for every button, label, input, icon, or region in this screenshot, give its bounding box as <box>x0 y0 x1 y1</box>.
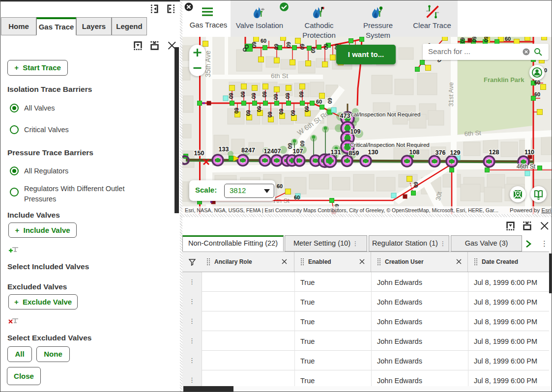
svg-text:60: 60 <box>323 44 329 50</box>
svg-text:60: 60 <box>286 42 291 48</box>
svg-text:60: 60 <box>256 106 262 112</box>
svg-text:60: 60 <box>261 91 267 97</box>
svg-text:859: 859 <box>349 150 359 157</box>
svg-text:60: 60 <box>534 80 540 85</box>
svg-text:60: 60 <box>278 109 284 114</box>
svg-text:109: 109 <box>350 128 361 135</box>
svg-text:133: 133 <box>219 146 229 153</box>
svg-text:129: 129 <box>450 149 461 156</box>
svg-text:8247: 8247 <box>241 147 255 154</box>
svg-text:Powered by Esri: Powered by Esri <box>510 207 551 213</box>
svg-text:473: 473 <box>340 112 350 119</box>
svg-text:108: 108 <box>409 149 420 156</box>
svg-text:60: 60 <box>261 38 266 44</box>
svg-text:6th St: 6th St <box>271 72 289 80</box>
svg-text:60: 60 <box>505 37 511 42</box>
svg-text:60: 60 <box>273 94 279 100</box>
svg-text:60: 60 <box>245 110 251 116</box>
svg-text:Franklin Park: Franklin Park <box>484 76 524 84</box>
svg-text:60: 60 <box>316 99 322 105</box>
svg-text:60: 60 <box>228 93 234 99</box>
svg-text:60: 60 <box>267 112 273 117</box>
svg-text:130: 130 <box>368 149 378 156</box>
svg-text:131: 131 <box>331 149 341 156</box>
svg-text:Esri, NASA, NGA, USGS, FEMA |: Esri, NASA, NGA, USGS, FEMA | Esri Commu… <box>185 207 498 213</box>
svg-text:60: 60 <box>299 44 305 50</box>
svg-text:60: 60 <box>294 195 300 200</box>
svg-text:60: 60 <box>460 37 465 43</box>
svg-text:12407: 12407 <box>264 148 281 155</box>
svg-text:46th St: 46th St <box>517 163 536 170</box>
svg-text:60: 60 <box>285 93 291 99</box>
svg-text:60: 60 <box>299 140 305 146</box>
svg-text:Critical/Inspection Not Requir: Critical/Inspection Not Required <box>350 142 430 148</box>
svg-text:60: 60 <box>310 47 316 53</box>
svg-text:107: 107 <box>293 148 303 155</box>
svg-text:60: 60 <box>304 106 310 112</box>
svg-text:60: 60 <box>298 91 304 97</box>
svg-text:60: 60 <box>327 98 333 104</box>
svg-text:cal/Inspection Not Required: cal/Inspection Not Required <box>351 112 420 117</box>
svg-text:110: 110 <box>524 149 534 156</box>
svg-text:60: 60 <box>471 37 477 42</box>
svg-text:6th St: 6th St <box>464 129 481 138</box>
svg-text:60: 60 <box>277 183 283 189</box>
svg-text:60: 60 <box>251 42 257 48</box>
svg-text:60: 60 <box>483 37 489 42</box>
svg-text:128: 128 <box>489 149 499 156</box>
svg-text:60: 60 <box>233 108 239 113</box>
svg-text:60: 60 <box>240 91 246 97</box>
svg-text:60: 60 <box>273 44 279 50</box>
svg-text:376: 376 <box>436 149 446 156</box>
svg-text:60: 60 <box>534 91 540 97</box>
svg-text:150: 150 <box>194 150 204 157</box>
svg-text:60: 60 <box>413 182 419 188</box>
svg-text:60: 60 <box>251 93 257 99</box>
svg-text:60: 60 <box>290 110 296 116</box>
svg-text:31st Ave: 31st Ave <box>447 82 455 107</box>
svg-text:60: 60 <box>287 143 293 149</box>
